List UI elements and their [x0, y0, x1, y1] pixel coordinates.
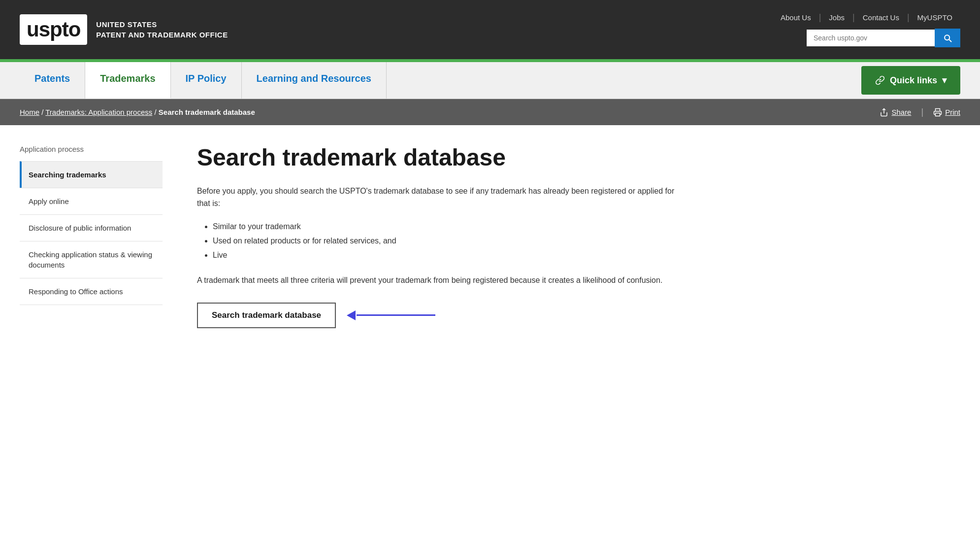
- logo-box: uspto: [20, 14, 87, 45]
- logo-area: uspto UNITED STATES PATENT AND TRADEMARK…: [20, 14, 228, 45]
- sidebar: Application process Searching trademarks…: [20, 145, 177, 328]
- arrow-head: [347, 310, 356, 320]
- contact-us-link[interactable]: Contact Us: [855, 13, 907, 22]
- main-nav: Patents Trademarks IP Policy Learning an…: [0, 62, 980, 99]
- nav-learning[interactable]: Learning and Resources: [242, 62, 387, 99]
- breadcrumb-current: Search trademark database: [159, 108, 255, 116]
- nav-spacer: [387, 62, 861, 99]
- logo-text: uspto: [27, 19, 80, 40]
- bullet-1: Similar to your trademark: [213, 220, 916, 234]
- sidebar-item-disclosure[interactable]: Disclosure of public information: [20, 214, 163, 241]
- agency-text: UNITED STATES PATENT AND TRADEMARK OFFIC…: [96, 19, 228, 40]
- chevron-down-icon: ▾: [942, 75, 947, 86]
- content-area: Application process Searching trademarks…: [0, 125, 936, 348]
- share-button[interactable]: Share: [880, 108, 911, 117]
- nav-patents[interactable]: Patents: [20, 62, 85, 99]
- page-title: Search trademark database: [197, 145, 916, 171]
- print-icon: [933, 108, 942, 117]
- intro-text: Before you apply, you should search the …: [197, 185, 689, 210]
- search-trademark-button[interactable]: Search trademark database: [197, 303, 336, 328]
- search-bar: [807, 29, 960, 47]
- sidebar-parent-link[interactable]: Application process: [20, 145, 163, 153]
- bullet-2: Used on related products or for related …: [213, 234, 916, 248]
- nav-trademarks[interactable]: Trademarks: [85, 62, 170, 99]
- cta-area: Search trademark database: [197, 303, 916, 328]
- main-content: Search trademark database Before you app…: [177, 145, 916, 328]
- sidebar-item-responding[interactable]: Responding to Office actions: [20, 278, 163, 305]
- arrow-indicator: [348, 310, 435, 320]
- top-bar: uspto UNITED STATES PATENT AND TRADEMARK…: [0, 0, 980, 59]
- quick-links-button[interactable]: Quick links ▾: [861, 66, 960, 95]
- print-button[interactable]: Print: [933, 108, 960, 117]
- actions-sep: |: [921, 107, 923, 117]
- svg-rect-1: [936, 113, 940, 116]
- sidebar-item-apply[interactable]: Apply online: [20, 188, 163, 214]
- breadcrumb-sep-2: /: [154, 108, 158, 116]
- search-button[interactable]: [935, 29, 960, 47]
- jobs-link[interactable]: Jobs: [821, 13, 852, 22]
- top-nav-links: About Us | Jobs | Contact Us | MyUSPTO: [773, 12, 960, 23]
- arrow-line: [357, 314, 435, 316]
- breadcrumb: Home / Trademarks: Application process /…: [20, 108, 255, 116]
- breadcrumb-home[interactable]: Home: [20, 108, 39, 116]
- myuspto-link[interactable]: MyUSPTO: [910, 13, 960, 22]
- breadcrumb-bar: Home / Trademarks: Application process /…: [0, 99, 980, 125]
- breadcrumb-trademarks-app[interactable]: Trademarks: Application process: [45, 108, 152, 116]
- breadcrumb-actions: Share | Print: [880, 107, 960, 117]
- sidebar-item-checking[interactable]: Checking application status & viewing do…: [20, 241, 163, 278]
- top-right: About Us | Jobs | Contact Us | MyUSPTO: [773, 12, 960, 47]
- bullet-list: Similar to your trademark Used on relate…: [213, 220, 916, 262]
- bullet-3: Live: [213, 248, 916, 263]
- nav-ip-policy[interactable]: IP Policy: [171, 62, 242, 99]
- sidebar-item-searching[interactable]: Searching trademarks: [20, 161, 163, 188]
- about-us-link[interactable]: About Us: [773, 13, 819, 22]
- closing-text: A trademark that meets all three criteri…: [197, 274, 689, 287]
- search-icon: [943, 33, 952, 43]
- search-input[interactable]: [807, 30, 935, 46]
- link-icon: [875, 75, 885, 85]
- share-icon: [880, 108, 888, 117]
